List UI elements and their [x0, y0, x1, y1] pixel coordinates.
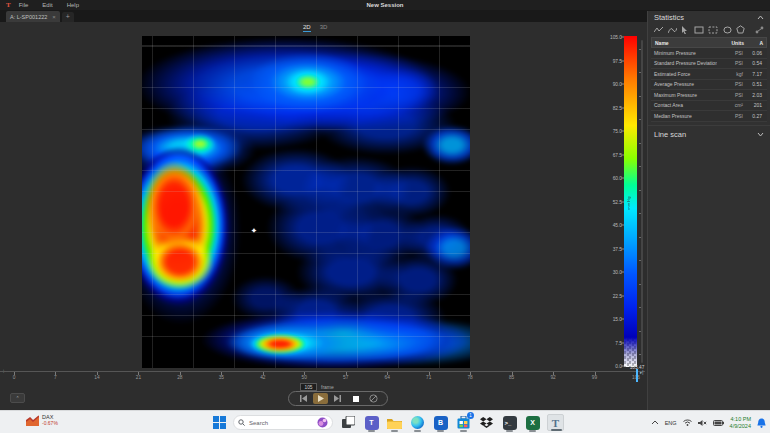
line-scan-header[interactable]: Line scan [648, 125, 770, 143]
table-row: Average PressurePSI0.51 [651, 80, 767, 91]
tab-close-icon[interactable]: × [52, 14, 56, 20]
search-icon [238, 419, 245, 426]
timeline-tick-label: 85 [509, 375, 514, 380]
desktop: T File Edit Help New Session A: L-SP0012… [0, 0, 770, 433]
ellipse-roi-icon[interactable] [723, 26, 732, 34]
stat-value: 7.17 [743, 71, 765, 77]
colorbar-tick-mark [621, 37, 624, 38]
stop-button[interactable] [348, 393, 363, 404]
stat-name: Contact Area [651, 102, 717, 108]
stat-value: 2.03 [743, 92, 765, 98]
column-name: Name [652, 40, 718, 46]
stat-value: 201 [743, 102, 765, 108]
table-row: Estimated Forcekgf7.17 [651, 69, 767, 80]
stat-name: Standard Pressure Deviation [651, 60, 717, 66]
timeline-tick-label: 7 [54, 375, 57, 380]
frame-control: 105 frame [300, 383, 334, 391]
remove-roi-icon[interactable] [755, 26, 764, 34]
pressure-app-icon[interactable]: T [547, 414, 564, 431]
rectangle-roi-icon[interactable] [694, 26, 704, 34]
stat-units: PSI [717, 92, 743, 98]
file-explorer-icon[interactable] [386, 414, 403, 431]
edge-icon[interactable] [409, 414, 426, 431]
language-indicator[interactable]: ENG [665, 420, 677, 426]
b-app-icon[interactable]: B [432, 414, 449, 431]
colorbar-tick-mark [621, 295, 624, 296]
timeline-tick-label: 28 [177, 375, 182, 380]
table-row: Contact Areacm²201 [651, 101, 767, 112]
timeline-panel-collapse-button[interactable]: ⌃ [10, 393, 25, 403]
new-tab-button[interactable]: + [62, 12, 74, 22]
start-button[interactable] [213, 416, 226, 429]
task-view-button[interactable] [340, 414, 357, 431]
stat-units: PSI [717, 50, 743, 56]
pressure-colorbar: 105.097.590.082.575.067.560.052.545.037.… [596, 36, 646, 368]
dashed-rectangle-roi-icon[interactable] [708, 26, 718, 34]
teams-icon[interactable]: T [363, 414, 380, 431]
select-cursor-icon[interactable] [681, 26, 689, 34]
frame-number-input[interactable]: 105 [300, 383, 317, 391]
taskbar-apps: T B 1 >_ [340, 414, 564, 431]
terminal-icon[interactable]: >_ [501, 414, 518, 431]
search-highlights-icon[interactable] [317, 417, 328, 428]
roi-toolbar [648, 23, 770, 37]
session-tab[interactable]: A: L-SP001222 × [6, 11, 60, 22]
session-tab-label: A: L-SP001222 [10, 14, 47, 20]
colorbar-range-slider[interactable] [641, 40, 643, 363]
timeline-tick-label: 50 [302, 375, 307, 380]
tray-chevron-up-icon[interactable] [651, 420, 659, 425]
pressure-heatmap[interactable]: ✦ [142, 36, 470, 368]
colorbar-tick-mark [621, 272, 624, 273]
excel-icon[interactable]: X [524, 414, 541, 431]
play-button[interactable] [313, 393, 328, 404]
wifi-icon[interactable] [683, 419, 692, 426]
clock-time: 4:10 PM [730, 416, 751, 423]
colorbar-tick-mark [621, 201, 624, 202]
statistics-table-header: Name Units A [651, 37, 767, 48]
dropbox-icon[interactable] [478, 414, 495, 431]
timeline-tick-label: 64 [385, 375, 390, 380]
timeline-tick-label: 14 [94, 375, 99, 380]
taskbar-clock[interactable]: 4:10 PM 4/9/2024 [730, 416, 751, 429]
view-3d-button[interactable]: 3D [320, 24, 328, 32]
notification-bell-icon[interactable] [757, 418, 766, 428]
timeline-playhead[interactable] [636, 369, 638, 382]
colorbar-tick-mark [621, 131, 624, 132]
menu-edit[interactable]: Edit [42, 2, 52, 8]
colorbar-tick-mark [621, 319, 624, 320]
widgets-button[interactable]: DAX -0.67% [26, 414, 58, 426]
app-logo: T [6, 1, 11, 9]
volume-muted-icon[interactable] [698, 419, 707, 427]
next-frame-button[interactable] [330, 393, 345, 404]
stat-name: Median Pressure [651, 113, 717, 119]
record-button[interactable] [366, 393, 381, 404]
chevron-down-icon[interactable] [757, 132, 764, 137]
chevron-up-icon[interactable] [757, 15, 764, 20]
clock-date: 4/9/2024 [730, 423, 751, 430]
microsoft-store-icon[interactable]: 1 [455, 414, 472, 431]
view-2d-button[interactable]: 2D [303, 24, 311, 32]
menu-help[interactable]: Help [67, 2, 79, 8]
line-scan-icon[interactable] [654, 26, 663, 34]
stat-name: Maximum Pressure [651, 92, 717, 98]
stat-name: Average Pressure [651, 81, 717, 87]
previous-frame-button[interactable] [295, 393, 310, 404]
polygon-roi-icon[interactable] [736, 25, 745, 34]
colorbar-tick-mark [621, 60, 624, 61]
colorbar-tick-mark [621, 225, 624, 226]
menu-file[interactable]: File [19, 2, 29, 8]
windows-taskbar: DAX -0.67% Search T [0, 410, 770, 433]
colorbar-tick-mark [621, 154, 624, 155]
table-row: Maximum PressurePSI2.03 [651, 90, 767, 101]
statistics-header[interactable]: Statistics [648, 11, 770, 23]
timeline-tick-label: 78 [467, 375, 472, 380]
spline-icon[interactable] [668, 26, 677, 34]
system-tray: ENG 4:10 PM 4/9/2024 [651, 411, 766, 433]
timeline-tick-label: 0 [13, 375, 16, 380]
skip-to-end-icon[interactable]: ▸| [640, 370, 643, 375]
column-value: A [744, 40, 766, 46]
battery-icon[interactable] [713, 420, 724, 426]
statistics-table: Name Units A Minimum PressurePSI0.06Stan… [651, 37, 767, 122]
search-box[interactable]: Search [233, 415, 333, 430]
colorbar-tick-mark [621, 107, 624, 108]
